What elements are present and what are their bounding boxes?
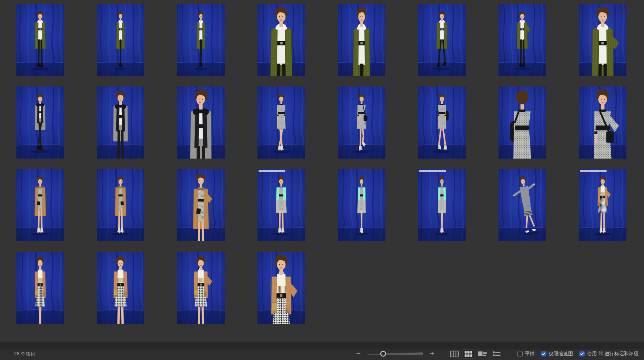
grid-cell — [161, 169, 241, 252]
grid-cell — [0, 4, 80, 86]
photo-thumbnail[interactable] — [499, 169, 546, 241]
photo-illustration — [579, 169, 626, 241]
grid-cell — [80, 252, 161, 334]
photo-thumbnail[interactable] — [177, 169, 225, 241]
slider-track[interactable] — [366, 349, 424, 358]
thumbnail-with-text-icon — [478, 351, 487, 356]
photo-thumbnail[interactable] — [338, 4, 385, 76]
grid-cell — [0, 252, 80, 334]
grid-cell — [241, 252, 321, 334]
grid-cell — [161, 252, 241, 334]
grid-cell — [241, 86, 321, 169]
photo-illustration — [257, 252, 305, 324]
photo-illustration — [97, 252, 144, 324]
photo-illustration — [338, 86, 385, 159]
photo-thumbnail[interactable] — [579, 4, 626, 76]
content-area — [0, 0, 644, 342]
checkbox-label: 平铺 — [525, 351, 535, 357]
grid-cell — [402, 4, 482, 86]
photo-thumbnail[interactable] — [177, 252, 225, 324]
grid-outline-icon — [450, 351, 459, 357]
photo-illustration — [257, 169, 305, 241]
photo-illustration — [16, 86, 64, 159]
thumbnail-larger-button[interactable]: + — [429, 351, 435, 356]
photo-illustration — [177, 169, 225, 241]
photo-illustration — [16, 169, 64, 241]
grid-cell — [562, 169, 643, 252]
grid-cell — [241, 169, 321, 252]
photo-thumbnail[interactable] — [97, 169, 144, 241]
photo-thumbnail[interactable] — [418, 169, 466, 241]
photo-thumbnail[interactable] — [97, 252, 144, 324]
grid-cell — [321, 169, 402, 252]
checkbox-label: 仅限缩览图 — [549, 351, 573, 357]
photo-thumbnail[interactable] — [257, 4, 305, 76]
grid-cell — [80, 169, 161, 252]
divider — [442, 350, 442, 358]
thumbnail-size-slider[interactable] — [366, 349, 424, 358]
photo-thumbnail[interactable] — [338, 86, 385, 159]
photo-thumbnail[interactable] — [97, 86, 144, 159]
view-list-button[interactable] — [491, 349, 502, 358]
checkbox-box[interactable] — [517, 351, 523, 356]
photo-thumbnail[interactable] — [257, 86, 305, 159]
tile-checkbox[interactable]: 平铺 — [517, 351, 535, 357]
photo-thumbnail[interactable] — [97, 4, 144, 76]
photo-illustration — [16, 252, 64, 324]
photo-illustration — [97, 169, 144, 241]
grid-cell — [0, 169, 80, 252]
grid-cell — [482, 86, 562, 169]
photo-illustration — [338, 4, 385, 76]
view-thumbnails-button[interactable] — [463, 349, 474, 358]
view-details-button[interactable] — [477, 349, 488, 358]
photo-illustration — [499, 169, 546, 241]
grid-filled-icon — [465, 351, 472, 357]
photo-illustration — [97, 86, 144, 159]
photo-thumbnail[interactable] — [499, 86, 546, 159]
photo-thumbnail[interactable] — [16, 169, 64, 241]
thumbnail-grid — [0, 0, 644, 334]
photo-thumbnail[interactable] — [257, 169, 305, 241]
grid-cell — [80, 4, 161, 86]
thumbnails-only-checkbox[interactable]: 仅限缩览图 — [541, 351, 573, 357]
photo-illustration — [499, 86, 546, 159]
grid-cell — [321, 4, 402, 86]
grid-cell — [562, 86, 643, 169]
grid-cell — [161, 86, 241, 169]
grid-cell — [80, 86, 161, 169]
grid-cell — [482, 4, 562, 86]
photo-thumbnail[interactable] — [338, 169, 385, 241]
photo-illustration — [257, 4, 305, 76]
photo-thumbnail[interactable] — [418, 4, 466, 76]
photo-thumbnail[interactable] — [16, 252, 64, 324]
list-rows-icon — [493, 351, 500, 356]
slider-knob[interactable] — [381, 351, 385, 356]
option-checkboxes: 平铺 仅限缩览图 使用 ⌘ 进行标记和评级 — [517, 351, 639, 357]
checkbox-box[interactable] — [541, 351, 546, 356]
grid-cell — [482, 169, 562, 252]
photo-illustration — [97, 4, 144, 76]
marking-rating-checkbox[interactable]: 使用 ⌘ 进行标记和评级 — [579, 351, 639, 357]
grid-cell — [161, 4, 241, 86]
checkbox-box[interactable] — [579, 351, 585, 356]
photo-thumbnail[interactable] — [499, 4, 546, 76]
checkbox-label: 使用 ⌘ 进行标记和评级 — [587, 351, 639, 357]
view-mode-buttons — [449, 349, 502, 358]
photo-illustration — [16, 4, 64, 76]
photo-illustration — [418, 169, 466, 241]
photo-thumbnail[interactable] — [579, 86, 626, 159]
photo-thumbnail[interactable] — [418, 86, 466, 159]
grid-layout-button[interactable] — [449, 349, 460, 358]
photo-thumbnail[interactable] — [177, 4, 225, 76]
thumbnail-smaller-button[interactable]: − — [355, 351, 361, 356]
photo-thumbnail[interactable] — [16, 4, 64, 76]
photo-thumbnail[interactable] — [177, 86, 225, 159]
photo-illustration — [177, 252, 225, 324]
grid-cell — [402, 169, 482, 252]
photo-illustration — [499, 4, 546, 76]
photo-thumbnail[interactable] — [16, 86, 64, 159]
photo-thumbnail[interactable] — [257, 252, 305, 324]
photo-thumbnail[interactable] — [579, 169, 626, 241]
photo-illustration — [338, 169, 385, 241]
grid-cell — [321, 86, 402, 169]
